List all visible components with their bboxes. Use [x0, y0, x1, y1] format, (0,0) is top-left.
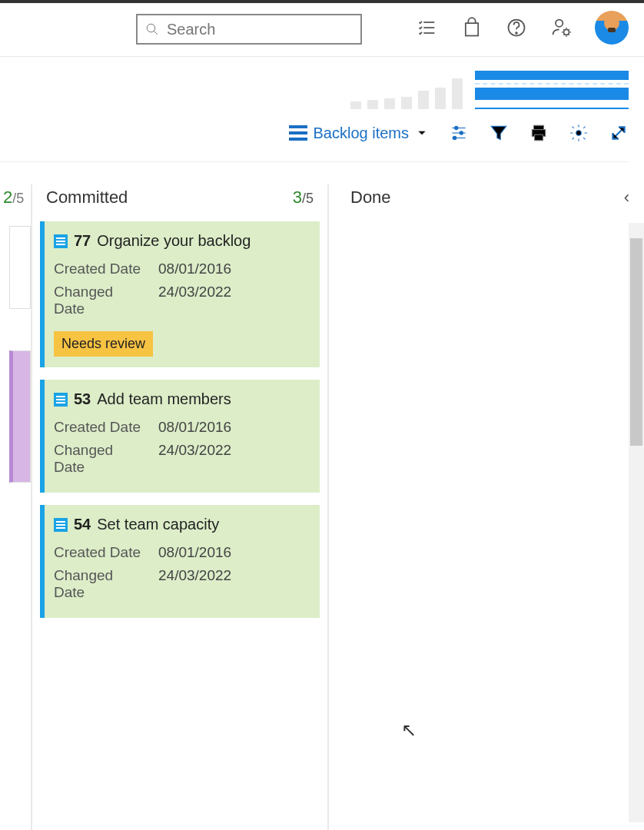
work-item-id: 53: [74, 390, 91, 408]
print-icon[interactable]: [529, 123, 549, 143]
backlog-level-selector[interactable]: Backlog items: [289, 124, 430, 142]
created-date-row: Created Date 08/01/2016: [54, 261, 309, 277]
column-previous: 2/5: [0, 184, 32, 830]
collapse-column-icon[interactable]: ‹: [624, 188, 629, 208]
card-title-row: 53 Add team members: [54, 390, 309, 408]
column-committed: Committed 3/5 77 Organize your backlog C…: [32, 184, 329, 830]
svg-point-20: [576, 131, 582, 136]
toolbar-divider: [0, 161, 629, 162]
column-done: Done ‹: [329, 184, 644, 830]
partial-card-1[interactable]: [9, 226, 31, 309]
user-settings-icon[interactable]: [550, 17, 572, 38]
work-item-card[interactable]: 54 Set team capacity Created Date 08/01/…: [40, 505, 320, 618]
column-done-title: Done: [350, 188, 391, 208]
svg-rect-19: [535, 134, 543, 141]
column-committed-title: Committed: [46, 188, 128, 208]
search-box[interactable]: [136, 14, 362, 45]
avatar[interactable]: [595, 11, 629, 45]
board-toolbar: Backlog items: [289, 123, 629, 143]
changed-date-row: Changed Date 24/03/2022: [54, 442, 309, 476]
card-title-row: 77 Organize your backlog: [54, 232, 309, 250]
committed-wip: 3/5: [293, 188, 314, 208]
svg-point-13: [455, 126, 458, 129]
svg-rect-17: [534, 125, 544, 129]
svg-point-15: [453, 136, 456, 139]
changed-date-row: Changed Date 24/03/2022: [54, 284, 309, 317]
help-icon[interactable]: [506, 17, 527, 38]
column-committed-header: Committed 3/5: [40, 184, 320, 221]
scrollbar-thumb[interactable]: [630, 238, 642, 446]
marketplace-icon[interactable]: [461, 17, 483, 38]
search-icon: [145, 22, 159, 37]
svg-point-14: [460, 131, 463, 134]
svg-point-0: [147, 24, 154, 32]
board-columns: 2/5 Committed 3/5 77 Organize your backl…: [0, 184, 644, 830]
work-item-id: 77: [74, 232, 91, 250]
work-item-title: Add team members: [97, 390, 231, 408]
cumulative-flow-mini[interactable]: [350, 63, 463, 109]
board-options-icon[interactable]: [449, 123, 469, 143]
work-item-title: Organize your backlog: [97, 232, 251, 250]
changed-date-row: Changed Date 24/03/2022: [54, 567, 309, 601]
svg-marker-16: [491, 126, 506, 139]
svg-point-7: [516, 32, 517, 34]
filter-icon[interactable]: [489, 123, 509, 143]
chevron-down-icon: [415, 126, 429, 140]
work-item-type-icon: [54, 393, 68, 407]
search-input[interactable]: [167, 21, 353, 38]
svg-line-1: [154, 31, 157, 34]
burndown-mini[interactable]: [475, 66, 629, 109]
mouse-cursor: ↖: [401, 719, 417, 741]
work-item-id: 54: [74, 516, 91, 533]
partial-card-2[interactable]: [9, 350, 31, 483]
vertical-scrollbar[interactable]: [629, 223, 644, 822]
fullscreen-icon[interactable]: [609, 123, 629, 143]
work-item-title: Set team capacity: [97, 516, 219, 533]
backlog-level-label: Backlog items: [314, 124, 410, 142]
created-date-row: Created Date 08/01/2016: [54, 544, 309, 561]
work-item-type-icon: [54, 518, 68, 532]
work-item-type-icon: [54, 234, 68, 248]
prev-wip: 2/5: [3, 188, 24, 208]
settings-icon[interactable]: [569, 123, 589, 143]
task-list-icon[interactable]: [417, 17, 438, 38]
created-date-row: Created Date 08/01/2016: [54, 419, 309, 436]
column-done-header: Done ‹: [344, 184, 636, 221]
work-item-card[interactable]: 53 Add team members Created Date 08/01/2…: [40, 380, 320, 493]
svg-point-9: [564, 29, 569, 35]
top-bar: [0, 0, 644, 57]
svg-point-8: [556, 20, 563, 27]
tag[interactable]: Needs review: [54, 331, 153, 357]
card-title-row: 54 Set team capacity: [54, 516, 309, 533]
top-icons: [417, 11, 629, 45]
chart-area: [350, 63, 629, 109]
window-border: [0, 0, 644, 3]
board-icon: [289, 125, 307, 141]
svg-rect-5: [466, 23, 478, 35]
work-item-card[interactable]: 77 Organize your backlog Created Date 08…: [40, 221, 320, 367]
